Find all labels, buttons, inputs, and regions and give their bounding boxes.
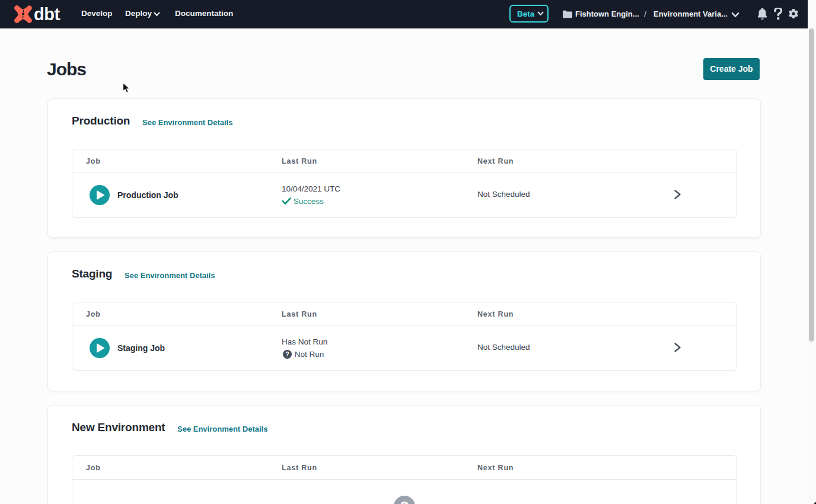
svg-text:?: ? <box>285 350 289 358</box>
